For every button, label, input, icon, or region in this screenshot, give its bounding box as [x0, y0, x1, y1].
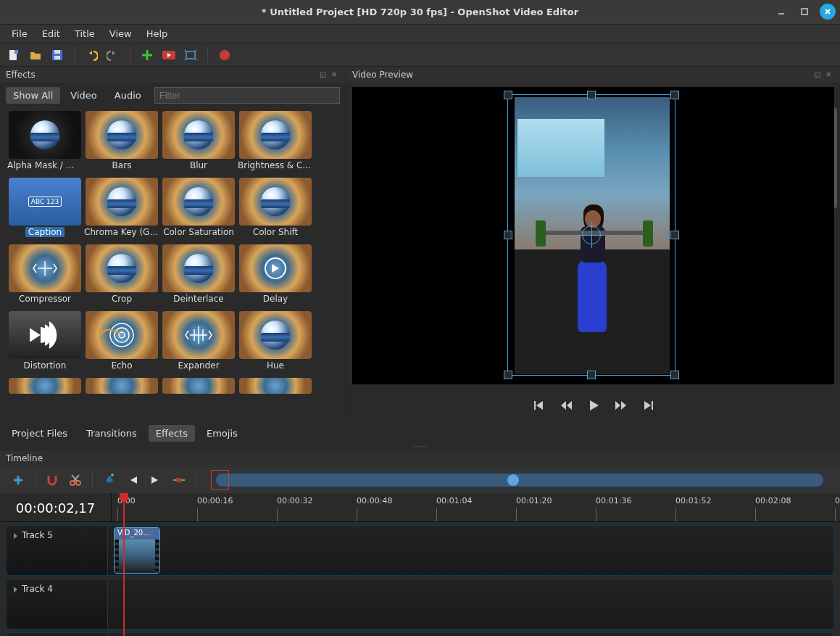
track-row[interactable]: Track 3: [6, 632, 834, 636]
track-label: Track 5: [22, 530, 53, 540]
effect-thumbnail: [162, 378, 235, 394]
window-titlebar: * Untitled Project [HD 720p 30 fps] - Op…: [0, 0, 840, 25]
ruler-tick: 00:00:32: [277, 496, 312, 505]
jump-end-button[interactable]: [641, 398, 656, 413]
effect-item[interactable]: [238, 378, 313, 422]
import-files-button[interactable]: [139, 47, 155, 63]
transform-handle[interactable]: [670, 91, 679, 99]
window-minimize-button[interactable]: [773, 4, 789, 20]
timeline-ruler[interactable]: 00:00:02,17 0:0000:00:1600:00:3200:00:48…: [0, 493, 840, 522]
choose-profile-button[interactable]: [161, 47, 177, 63]
new-project-button[interactable]: [6, 47, 22, 63]
jump-start-button[interactable]: [531, 398, 546, 413]
track-row[interactable]: Track 4: [6, 579, 834, 629]
effect-label: Distortion: [24, 360, 67, 371]
undo-button[interactable]: [83, 47, 99, 63]
tab-transitions[interactable]: Transitions: [79, 425, 144, 442]
window-maximize-button[interactable]: [797, 4, 812, 20]
effect-item[interactable]: Bars: [84, 111, 159, 176]
effect-label: Compressor: [19, 294, 71, 304]
effect-thumbnail: [239, 111, 312, 159]
export-video-button[interactable]: [217, 47, 233, 63]
transform-handle[interactable]: [670, 371, 679, 379]
effects-tab-audio[interactable]: Audio: [107, 87, 149, 104]
effects-filter-input[interactable]: [154, 87, 340, 104]
effect-item[interactable]: Compressor: [7, 244, 83, 310]
video-preview-canvas[interactable]: [352, 87, 834, 384]
transform-handle[interactable]: [504, 91, 512, 99]
snapping-button[interactable]: [44, 472, 60, 488]
fullscreen-button[interactable]: [183, 47, 199, 63]
effect-thumbnail: [162, 178, 235, 226]
add-marker-button[interactable]: [101, 472, 117, 488]
transform-handle[interactable]: [504, 371, 512, 379]
transform-handle[interactable]: [504, 231, 512, 239]
effect-item[interactable]: [7, 378, 83, 422]
effect-item[interactable]: Blur: [161, 111, 236, 176]
effect-item[interactable]: Echo: [84, 311, 159, 376]
previous-marker-button[interactable]: [125, 472, 141, 488]
effect-item[interactable]: Hue: [238, 311, 313, 376]
rewind-button[interactable]: [559, 398, 573, 413]
effect-item[interactable]: Alpha Mask / Wi…: [7, 111, 83, 176]
fastforward-button[interactable]: [614, 398, 628, 413]
effect-item[interactable]: Chroma Key (Gr…: [84, 178, 159, 243]
menu-view[interactable]: View: [104, 27, 138, 41]
open-project-button[interactable]: [28, 47, 43, 63]
effects-tab-video[interactable]: Video: [63, 87, 104, 104]
effect-thumbnail: [9, 378, 81, 394]
effect-item[interactable]: Crop: [84, 244, 159, 310]
effect-label: Alpha Mask / Wi…: [7, 160, 83, 170]
effect-thumbnail: [86, 378, 158, 394]
effect-thumbnail: [9, 244, 81, 292]
svg-rect-5: [14, 50, 18, 54]
svg-rect-1: [802, 9, 807, 15]
main-toolbar: [0, 44, 840, 67]
effect-item[interactable]: Color Shift: [238, 178, 313, 243]
timeline-zoom-slider[interactable]: [209, 473, 830, 487]
effect-thumbnail: [86, 111, 158, 159]
effect-item[interactable]: Color Saturation: [161, 178, 236, 243]
effect-item[interactable]: Distortion: [7, 311, 83, 376]
playback-controls: [346, 389, 840, 422]
tab-emojis[interactable]: Emojis: [199, 425, 245, 442]
window-close-button[interactable]: [820, 4, 836, 20]
razor-button[interactable]: [67, 472, 83, 488]
effect-item[interactable]: [84, 378, 159, 422]
dock-tabs: Project Files Transitions Effects Emojis: [0, 422, 840, 444]
panel-close-icon[interactable]: ✕: [331, 70, 340, 79]
tab-project-files[interactable]: Project Files: [4, 425, 75, 442]
menu-title[interactable]: Title: [69, 27, 101, 41]
effect-item[interactable]: [161, 378, 236, 422]
preview-float-icon[interactable]: ◱: [814, 70, 823, 79]
playhead[interactable]: [123, 493, 125, 636]
effects-tab-showall[interactable]: Show All: [6, 87, 60, 104]
next-marker-button[interactable]: [148, 472, 164, 488]
menu-file[interactable]: File: [6, 27, 33, 41]
ruler-tick: 00:02:24: [835, 496, 840, 505]
ruler-tick: 00:01:20: [516, 496, 552, 505]
play-button[interactable]: [586, 398, 601, 413]
preview-close-icon[interactable]: ✕: [826, 70, 834, 79]
effect-item[interactable]: Brightness & Co…: [238, 111, 313, 176]
panel-float-icon[interactable]: ◱: [320, 70, 328, 79]
tab-effects[interactable]: Effects: [149, 425, 195, 442]
effect-label: Bars: [112, 160, 132, 170]
track-label: Track 4: [22, 584, 53, 594]
chevron-right-icon: [14, 587, 17, 592]
timeline-clip[interactable]: VID_20…: [114, 527, 160, 574]
redo-button[interactable]: [105, 47, 121, 63]
save-project-button[interactable]: [49, 47, 65, 63]
effect-item[interactable]: ABC 123Caption: [7, 178, 83, 243]
transform-handle[interactable]: [670, 231, 679, 239]
effect-item[interactable]: Expander: [161, 311, 236, 376]
effect-item[interactable]: Deinterlace: [161, 244, 236, 310]
effect-item[interactable]: Delay: [238, 244, 313, 310]
horizontal-splitter[interactable]: ·····: [0, 444, 840, 451]
timecode-display[interactable]: 00:00:02,17: [0, 493, 112, 522]
track-row[interactable]: Track 5 VID_20…: [6, 525, 834, 576]
menu-help[interactable]: Help: [141, 27, 174, 41]
menu-edit[interactable]: Edit: [36, 27, 66, 41]
center-playhead-button[interactable]: [171, 472, 187, 488]
add-track-button[interactable]: [10, 472, 26, 488]
